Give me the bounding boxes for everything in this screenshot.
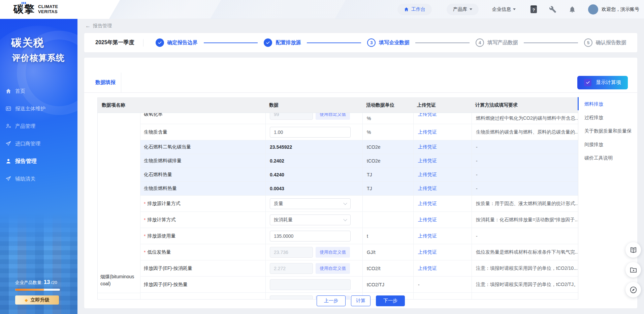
upload-voucher-link[interactable]: 上传凭证 [418, 172, 437, 178]
step-connector [415, 42, 470, 43]
biomass-content-input[interactable] [270, 127, 351, 138]
tab-data-entry[interactable]: 数据填报 [95, 73, 116, 92]
row-label: 生物质含量 [144, 129, 167, 135]
step-product-data[interactable]: 4填写产品数据 [476, 38, 518, 47]
anchor-carbon-price-tool[interactable]: 碳价工具说明 [584, 151, 637, 165]
chevron-down-icon [513, 8, 516, 10]
row-desc-cell: 生物质燃料的碳含量与燃料、原料的总碳含量的... [472, 124, 578, 140]
row-desc-cell: - [472, 182, 578, 195]
user-list-icon [5, 123, 11, 129]
step-label: 填写企业数据 [379, 39, 409, 46]
anchor-indirect-emission[interactable]: 间接排放 [584, 138, 637, 151]
usage-amount-input[interactable] [270, 231, 351, 241]
table-row: 生物质燃料热量0.0043TJ上传凭证- [140, 182, 578, 196]
show-calc-items-button[interactable]: 显示计算项 [577, 76, 628, 89]
step-company-data[interactable]: 3填写企业数据 [367, 38, 409, 47]
upload-voucher-link[interactable]: 上传凭证 [418, 217, 437, 223]
sidebar-item-product-management[interactable]: 产品管理 [0, 117, 77, 135]
anchor-fuel-emission[interactable]: 燃料排放 [584, 97, 637, 111]
required-mark: * [144, 201, 146, 206]
quota-used: 13 [44, 279, 50, 286]
bell-icon[interactable] [569, 6, 576, 13]
step-emission-source[interactable]: 配置排放源 [264, 38, 301, 47]
row-label: 排放因子(EF)-按热量 [144, 282, 188, 288]
row-name-cell: 排放因子(EF)-按热量 [140, 277, 266, 292]
user-icon [5, 158, 11, 164]
upload-voucher-link[interactable]: 上传凭证 [418, 233, 437, 239]
divider [98, 293, 140, 293]
handbook-button[interactable] [625, 242, 641, 258]
sidebar-item-subject-maintenance[interactable]: 报送主体维护 [0, 100, 77, 117]
avatar[interactable] [588, 4, 598, 15]
guide-button[interactable] [625, 282, 641, 297]
row-data-cell [266, 277, 363, 292]
video-library-button[interactable] [625, 262, 641, 278]
measurement-method-select[interactable]: 质量 [270, 198, 351, 209]
product-library-dropdown[interactable]: 产品库 [447, 4, 479, 15]
upgrade-button[interactable]: ◆ 立即升级 [15, 295, 59, 305]
step-confirm-report[interactable]: 5确认报告数据 [584, 38, 626, 47]
use-custom-value-button[interactable]: 使用自定义值 [316, 247, 350, 258]
upload-voucher-link[interactable]: 上传凭证 [418, 129, 437, 135]
upload-voucher-link[interactable]: 上传凭证 [418, 158, 437, 164]
company-info-dropdown[interactable]: 企业信息 [492, 6, 516, 12]
row-desc-cell: - [472, 154, 578, 168]
next-step-button[interactable]: 下一步 [376, 295, 405, 306]
required-mark: * [144, 233, 146, 239]
computed-value: 23.545922 [270, 144, 292, 150]
row-voucher-cell: - [414, 277, 472, 292]
row-label: 生物质燃料碳排量 [144, 158, 182, 164]
use-custom-value-button[interactable]: 使用自定义值 [316, 113, 350, 120]
row-unit-cell: t [363, 228, 414, 244]
upload-voucher-link[interactable]: 上传凭证 [418, 185, 437, 192]
top-header: 碳擎 CLIMATE VERITAS 工作台 产品库 企业信息 ? 欢迎您，演示… [0, 0, 644, 19]
row-data-cell: 0.2402 [266, 154, 363, 168]
calculate-button[interactable]: 计算 [351, 295, 371, 306]
upload-voucher-link[interactable]: 上传凭证 [418, 113, 437, 117]
upload-voucher-link[interactable]: 上传凭证 [418, 201, 437, 207]
breadcrumb-label[interactable]: 报告管理 [93, 23, 112, 29]
upload-voucher-link[interactable]: 上传凭证 [418, 265, 437, 272]
floating-tools [625, 242, 641, 297]
help-manual-icon[interactable]: ? [530, 5, 537, 13]
upload-voucher-link[interactable]: 上传凭证 [418, 144, 437, 150]
table-row: 排放因子(EF)-按消耗量使用自定义值tCO2/t上传凭证注意：填报时请核实采用… [140, 260, 578, 277]
table-header: 数据项名称 数据 活动数据单位 上传凭证 计算方法或填写要求 [98, 98, 578, 113]
row-label: 化石燃料热量 [144, 172, 172, 178]
use-custom-value-button[interactable]: 使用自定义值 [316, 263, 350, 274]
banner-title: 碳关税 [11, 36, 77, 50]
row-name-cell: 生物质燃料热量 [140, 182, 266, 195]
row-name-cell: 碳氧化率 [140, 113, 266, 124]
row-unit-cell: GJ/t [363, 244, 414, 260]
row-unit-cell [363, 196, 414, 211]
folder-video-icon [630, 266, 637, 274]
diamond-icon: ◆ [25, 298, 28, 302]
quota-progress-fill [15, 289, 44, 291]
workbench-button[interactable]: 工作台 [397, 4, 432, 15]
sidebar-item-importer-management[interactable]: 进口商管理 [0, 135, 77, 152]
sidebar-item-label: 首页 [15, 88, 25, 94]
chevron-down-icon [470, 8, 472, 10]
col-item-name: 数据项名称 [98, 102, 266, 108]
step-report-boundary[interactable]: 确定报告边界 [156, 38, 198, 47]
sidebar-item-home[interactable]: 首页 [0, 82, 77, 100]
table-body: 烟煤(bituminous coal) 碳氧化率使用自定义值%上传凭证燃料燃烧过… [98, 113, 578, 299]
divider [121, 73, 121, 93]
upload-voucher-link[interactable]: 上传凭证 [418, 249, 437, 255]
table-row: *排放计算方式按消耗量上传凭证按消耗量：化石燃料排放量=活动数据*排放因子... [140, 212, 578, 228]
row-unit-cell: tCO2/TJ [363, 277, 414, 292]
anchor-data-quality[interactable]: 关于数据质量和质量保 [584, 124, 637, 138]
prev-step-button[interactable]: 上一步 [317, 295, 346, 306]
sidebar-item-report-management[interactable]: 报告管理 [0, 152, 77, 170]
calc-method-select[interactable]: 按消耗量 [270, 215, 351, 225]
welcome-text: 欢迎您，演示账号 [602, 6, 639, 12]
back-arrow-icon[interactable]: ← [85, 23, 91, 29]
wizard-footer: 上一步 计算 下一步 [84, 295, 637, 306]
sidebar-item-customs-assist[interactable]: 辅助清关 [0, 170, 77, 188]
computed-value: 0.2402 [270, 158, 284, 164]
sidebar-menu: 首页报送主体维护产品管理进口商管理报告管理辅助清关 [0, 82, 77, 188]
row-data-cell: 使用自定义值 [266, 113, 363, 124]
row-voucher-cell: 上传凭证 [414, 228, 472, 244]
anchor-process-emission[interactable]: 过程排放 [584, 111, 637, 124]
wrench-icon[interactable] [549, 6, 556, 13]
